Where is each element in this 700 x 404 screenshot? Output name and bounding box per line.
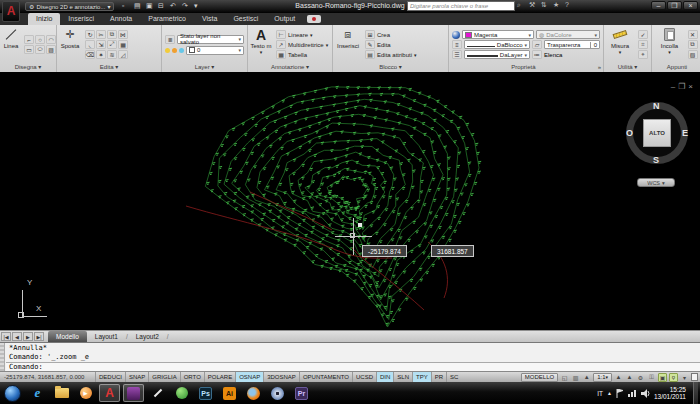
mtext-button[interactable]: A Testo m ▾ bbox=[248, 27, 274, 63]
photoshop-icon[interactable]: Ps bbox=[195, 384, 216, 402]
polyline-icon[interactable]: ⌐ bbox=[24, 35, 34, 44]
panel-label-proprieta[interactable]: Proprietà » bbox=[449, 63, 603, 72]
toggle-deduci[interactable]: DEDUCI bbox=[95, 372, 125, 382]
premiere-icon[interactable]: Pr bbox=[291, 384, 312, 402]
language-indicator[interactable]: IT bbox=[597, 390, 603, 397]
linetype-icon[interactable]: ≡ bbox=[452, 40, 462, 49]
fillet-icon[interactable]: ◟ bbox=[85, 40, 95, 49]
layer-state-dropdown[interactable]: Stato layer non salvato▾ bbox=[177, 35, 244, 44]
search-input[interactable] bbox=[407, 1, 515, 11]
restore-button[interactable]: ❐ bbox=[667, 1, 682, 10]
doc-close-icon[interactable]: × bbox=[688, 82, 696, 91]
annotation-autoscale-icon[interactable]: ▲ bbox=[625, 373, 634, 382]
tab-output[interactable]: Output bbox=[266, 13, 303, 25]
viewcube-top-face[interactable]: ALTO bbox=[643, 119, 671, 147]
show-desktop-button[interactable] bbox=[693, 382, 698, 404]
last-tab-icon[interactable]: ▶| bbox=[34, 332, 44, 341]
hatch-icon[interactable]: ▨ bbox=[46, 45, 56, 54]
erase-icon[interactable]: ⌫ bbox=[85, 50, 95, 59]
rotate-icon[interactable]: ↻ bbox=[85, 30, 95, 39]
toggle-opuntamento[interactable]: OPUNTAMENTO bbox=[299, 372, 352, 382]
toggle-tpy[interactable]: TPY bbox=[412, 372, 431, 382]
viewcube[interactable]: ALTO N S E O bbox=[626, 102, 688, 164]
toggle-sln[interactable]: SLN bbox=[393, 372, 412, 382]
rectangle-icon[interactable]: ▭ bbox=[24, 45, 34, 54]
first-tab-icon[interactable]: |◀ bbox=[1, 332, 11, 341]
panel-label-annotazione[interactable]: Annotazione ▾ bbox=[248, 63, 332, 72]
command-prompt[interactable]: Comando: bbox=[6, 362, 700, 371]
lightbulb-icon[interactable]: ϙ bbox=[669, 373, 678, 382]
quick-select-icon[interactable]: ✓ bbox=[638, 30, 648, 39]
arc-icon[interactable]: ◠ bbox=[46, 35, 56, 44]
green-app-icon[interactable] bbox=[171, 384, 192, 402]
minimize-button[interactable]: – bbox=[651, 1, 666, 10]
speaker-icon[interactable] bbox=[641, 389, 650, 398]
panel-label-edita[interactable]: Edita ▾ bbox=[57, 63, 161, 72]
help-icon[interactable]: ? bbox=[565, 1, 575, 11]
annotation-scale-value[interactable]: 1:1▾ bbox=[593, 373, 612, 382]
layer-on-bulb-icon[interactable] bbox=[165, 48, 170, 53]
workspace-gear-icon[interactable]: ⚙ bbox=[636, 373, 645, 382]
action-recorder-icon[interactable] bbox=[307, 15, 321, 23]
toolbar-lock-icon[interactable]: ⚿ bbox=[647, 373, 656, 382]
pen-tablet-icon[interactable] bbox=[147, 384, 168, 402]
toggle-orto[interactable]: ORTO bbox=[180, 372, 204, 382]
quick-calc-icon[interactable]: ⌗ bbox=[638, 40, 648, 49]
line-button[interactable]: Linea bbox=[0, 27, 22, 63]
tab-parametrico[interactable]: Parametrico bbox=[140, 13, 194, 25]
array-icon[interactable]: ▦ bbox=[118, 40, 128, 49]
media-player-icon[interactable]: ▶ bbox=[75, 384, 96, 402]
list-button[interactable]: Elenca bbox=[544, 52, 562, 58]
ellipse-icon[interactable]: ⬭ bbox=[35, 45, 45, 54]
cut-icon[interactable]: ✕ bbox=[688, 30, 698, 39]
edit-attributes-button[interactable]: ▤ Edita attributi▾ bbox=[365, 50, 417, 59]
action-center-flag-icon[interactable] bbox=[616, 389, 624, 398]
copy-clip-icon[interactable]: ⧉ bbox=[688, 40, 698, 49]
windows-explorer-icon[interactable] bbox=[51, 384, 72, 402]
start-button[interactable] bbox=[4, 385, 21, 402]
paste-button[interactable]: Incolla ▾ bbox=[657, 27, 683, 63]
mirror-icon[interactable]: ⋈ bbox=[118, 30, 128, 39]
wrench-icon[interactable]: ⚒ bbox=[529, 1, 539, 11]
prev-tab-icon[interactable]: ◀ bbox=[12, 332, 22, 341]
close-button[interactable]: × bbox=[683, 1, 698, 10]
tab-modello[interactable]: Modello bbox=[48, 331, 87, 342]
lineweight-icon[interactable]: ☰ bbox=[452, 50, 462, 59]
linetype-dropdown[interactable]: DaBlocco▾ bbox=[464, 40, 530, 49]
viewcube-east[interactable]: E bbox=[682, 128, 688, 138]
point-id-icon[interactable]: ⌖ bbox=[638, 50, 648, 59]
circle-icon[interactable]: ○ bbox=[35, 35, 45, 44]
multileader-button[interactable]: ↗ Multidirettrice▾ bbox=[276, 40, 328, 49]
layer-lock-icon[interactable] bbox=[179, 48, 184, 53]
annotation-visibility-icon[interactable]: ▲ bbox=[614, 373, 623, 382]
edit-block-button[interactable]: ✎ Edita bbox=[365, 40, 417, 49]
toggle-ucsd[interactable]: UCSD bbox=[352, 372, 376, 382]
firefox-icon[interactable] bbox=[243, 384, 264, 402]
quick-view-layouts-icon[interactable]: ▥ bbox=[571, 373, 580, 382]
copy-icon[interactable]: ⧉ bbox=[107, 30, 117, 39]
command-window-grip[interactable] bbox=[0, 343, 5, 372]
show-hidden-icons[interactable]: ▲ bbox=[607, 390, 612, 396]
disc-burner-icon[interactable] bbox=[267, 384, 288, 402]
layer-current-dropdown[interactable]: 0▾ bbox=[186, 46, 244, 55]
network-icon[interactable] bbox=[628, 389, 637, 398]
favorites-star-icon[interactable]: ★ bbox=[553, 1, 563, 11]
clean-screen-button[interactable] bbox=[691, 373, 698, 381]
trim-icon[interactable]: ✂ bbox=[96, 30, 106, 39]
toggle-pr[interactable]: PR bbox=[431, 372, 446, 382]
toggle-polare[interactable]: POLARE bbox=[204, 372, 235, 382]
autocad-taskbar-icon[interactable]: A bbox=[99, 384, 120, 402]
contour-map-drawing[interactable] bbox=[0, 72, 700, 330]
command-window[interactable]: *Annulla* Comando: '_.zoom _e Comando: bbox=[0, 342, 700, 371]
object-color-dropdown[interactable]: Magenta▾ bbox=[462, 30, 534, 39]
panel-label-disegna[interactable]: Disegna ▾ bbox=[0, 63, 56, 72]
toggle-griglia[interactable]: GRIGLIA bbox=[148, 372, 179, 382]
illustrator-icon[interactable]: Ai bbox=[219, 384, 240, 402]
toggle-sc[interactable]: SC bbox=[446, 372, 461, 382]
lineweight-dropdown[interactable]: DaLayer▾ bbox=[464, 50, 530, 59]
exchange-icon[interactable]: ⇅ bbox=[541, 1, 551, 11]
match-properties-icon[interactable]: ▧ bbox=[688, 50, 698, 59]
viewcube-west[interactable]: O bbox=[626, 128, 633, 138]
table-button[interactable]: ▦ Tabella bbox=[276, 50, 328, 59]
autocad-app-button[interactable]: A bbox=[2, 1, 20, 22]
